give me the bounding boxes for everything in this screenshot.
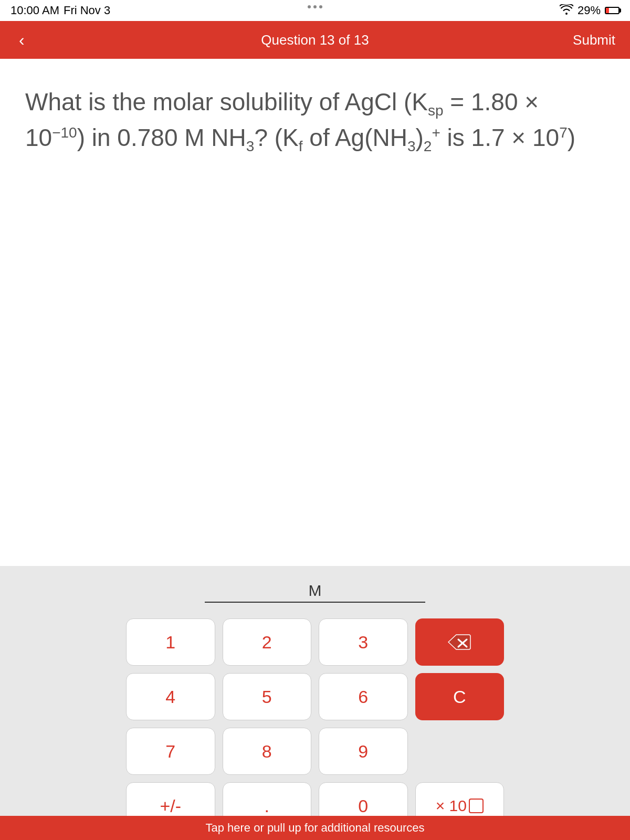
time-display: 10:00 AM — [10, 4, 59, 17]
question-progress: Question 13 of 13 — [261, 32, 369, 48]
calc-btn-9[interactable]: 9 — [319, 728, 408, 775]
calc-btn-4[interactable]: 4 — [126, 673, 215, 720]
status-bar-right: 29% — [560, 4, 620, 17]
calc-display: M — [21, 582, 609, 608]
status-bar: 10:00 AM Fri Nov 3 29% — [0, 0, 630, 21]
calc-buttons: 1 2 3 4 5 6 C 7 8 9 +/- . 0 × 10 — [126, 618, 504, 830]
dot-1 — [308, 5, 311, 8]
calc-btn-8[interactable]: 8 — [223, 728, 312, 775]
battery-icon — [605, 7, 620, 14]
back-button[interactable]: ‹ — [15, 26, 29, 54]
wifi-icon — [560, 4, 573, 17]
question-area: What is the molar solubility of AgCl (Ks… — [0, 59, 630, 173]
calc-btn-clear[interactable]: C — [415, 673, 505, 720]
calc-btn-6[interactable]: 6 — [319, 673, 408, 720]
calc-btn-3[interactable]: 3 — [319, 618, 408, 666]
status-dots — [308, 5, 322, 8]
x10-label: × 10 — [436, 797, 467, 815]
x10-box — [469, 799, 484, 813]
calc-btn-1[interactable]: 1 — [126, 618, 215, 666]
status-bar-left: 10:00 AM Fri Nov 3 — [10, 4, 110, 17]
dot-3 — [319, 5, 322, 8]
battery-fill — [606, 8, 609, 13]
calculator-section: M 1 2 3 4 5 6 C 7 8 9 +/- . 0 — [0, 566, 630, 840]
calc-btn-backspace[interactable] — [415, 618, 505, 666]
calc-display-line: M — [205, 582, 425, 603]
dot-2 — [313, 5, 317, 8]
bottom-banner[interactable]: Tap here or pull up for additional resou… — [0, 816, 630, 840]
calc-btn-2[interactable]: 2 — [223, 618, 312, 666]
question-text: What is the molar solubility of AgCl (Ks… — [25, 85, 605, 157]
header-bar: ‹ Question 13 of 13 Submit — [0, 21, 630, 59]
calc-btn-7[interactable]: 7 — [126, 728, 215, 775]
battery-percent: 29% — [578, 4, 601, 17]
date-display: Fri Nov 3 — [64, 4, 110, 17]
submit-button[interactable]: Submit — [573, 32, 615, 48]
bottom-banner-text: Tap here or pull up for additional resou… — [205, 821, 424, 834]
calc-display-label: M — [309, 582, 322, 600]
calc-btn-5[interactable]: 5 — [223, 673, 312, 720]
